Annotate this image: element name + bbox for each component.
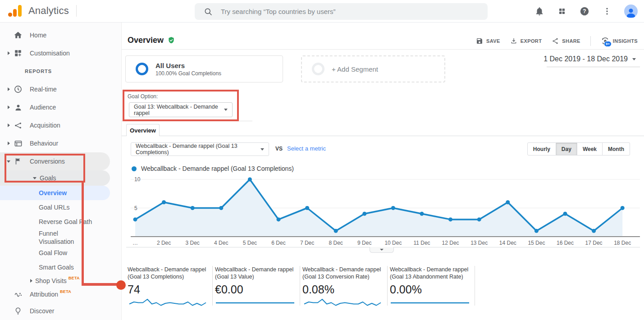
svg-text:9 Dec: 9 Dec — [357, 240, 371, 246]
svg-text:10: 10 — [134, 176, 141, 183]
svg-text:?: ? — [583, 8, 586, 14]
card-divider — [212, 266, 213, 306]
sidebar-item-shop-visits[interactable]: Shop Visits BETA — [0, 275, 121, 287]
chevron-right-icon — [5, 51, 12, 55]
scorecard-completions: Webcallback - Demande rappel (Goal 13 Co… — [128, 266, 210, 308]
svg-text:6 Dec: 6 Dec — [271, 240, 285, 246]
page-title: Overview — [128, 36, 175, 45]
apps-grid-icon[interactable] — [557, 6, 567, 17]
sidebar-item-smart-goals[interactable]: Smart Goals — [0, 260, 121, 275]
sidebar: Home Customisation REPORTS Real-time Aud… — [0, 23, 122, 320]
timeseries-chart[interactable]: 510…2 Dec3 Dec4 Dec5 Dec6 Dec7 Dec8 Dec9… — [131, 174, 640, 249]
sidebar-item-attribution[interactable]: Attribution BETA — [0, 287, 121, 302]
insights-icon: 9+ — [601, 37, 610, 46]
customisation-icon — [13, 49, 23, 57]
sparkline — [215, 297, 295, 308]
save-icon — [476, 37, 483, 45]
legend-dot-icon — [132, 166, 137, 171]
select-metric-link[interactable]: Select a metric — [287, 145, 326, 152]
share-icon — [552, 37, 559, 45]
verified-shield-icon — [167, 36, 175, 45]
help-icon[interactable]: ? — [579, 6, 590, 17]
save-button[interactable]: SAVE — [476, 37, 500, 45]
segment-all-users[interactable]: All Users 100.00% Goal Completions — [125, 55, 283, 82]
sidebar-item-goal-flow[interactable]: Goal Flow — [0, 246, 121, 260]
attribution-icon — [13, 290, 23, 299]
chevron-down-icon — [632, 58, 636, 60]
realtime-clock-icon — [13, 85, 23, 94]
report-header: Overview SAVE EXPORT SHARE 9+ — [122, 23, 644, 50]
insights-button[interactable]: 9+ INSIGHTS — [601, 37, 638, 46]
scorecards-row: Webcallback - Demande rappel (Goal 13 Co… — [128, 266, 477, 308]
beta-badge: BETA — [60, 289, 71, 294]
chart-collapse-tab[interactable] — [370, 247, 394, 253]
conversions-flag-icon — [13, 157, 23, 165]
chart-legend: Webcallback - Demande rappel (Goal 13 Co… — [132, 165, 294, 172]
scorecard-conversion-rate: Webcallback - Demande rappel (Goal 13 Co… — [302, 266, 385, 308]
goal-option-panel: Goal Option: Goal 13: Webcallback - Dema… — [123, 90, 238, 121]
sparkline — [128, 297, 208, 308]
chevron-right-icon — [5, 87, 12, 91]
export-button[interactable]: EXPORT — [510, 37, 542, 45]
sparkline — [390, 297, 470, 308]
granularity-toggle: Hourly Day Week Month — [527, 142, 630, 155]
search-input[interactable] — [221, 8, 473, 15]
acquisition-icon — [13, 121, 23, 130]
tab-overview[interactable]: Overview — [126, 124, 160, 136]
sidebar-item-audience[interactable]: Audience — [0, 98, 121, 116]
discover-lightbulb-icon — [13, 307, 23, 315]
card-divider — [300, 266, 300, 306]
audience-person-icon — [13, 103, 23, 112]
chevron-right-icon — [5, 105, 12, 109]
segment-ring-icon — [312, 63, 324, 75]
goal-option-dropdown[interactable]: Goal 13: Webcallback - Demande rappel — [129, 102, 233, 117]
export-icon — [510, 37, 517, 45]
svg-text:15 Dec: 15 Dec — [528, 240, 545, 246]
sidebar-item-realtime[interactable]: Real-time — [0, 80, 121, 98]
insights-count-badge: 9+ — [604, 41, 611, 47]
granularity-month-button[interactable]: Month — [603, 142, 630, 155]
date-range-picker[interactable]: 1 Dec 2019 - 18 Dec 2019 — [544, 55, 636, 63]
metric-dropdown[interactable]: Webcallback - Demande rappel (Goal 13 Co… — [131, 142, 269, 156]
sparkline — [302, 297, 383, 308]
goal-panel-divider — [122, 121, 252, 121]
sidebar-item-customisation[interactable]: Customisation — [0, 44, 121, 62]
granularity-day-button[interactable]: Day — [556, 142, 577, 155]
analytics-logo-icon — [8, 5, 23, 17]
more-vertical-icon[interactable] — [602, 6, 612, 17]
granularity-hourly-button[interactable]: Hourly — [527, 142, 556, 155]
svg-text:2 Dec: 2 Dec — [157, 240, 171, 246]
scorecard-value: Webcallback - Demande rappel (Goal 13 Va… — [215, 266, 297, 308]
sidebar-item-goals-overview[interactable]: Overview — [0, 186, 110, 200]
global-search[interactable] — [195, 3, 488, 20]
sidebar-item-conversions[interactable]: Conversions — [0, 152, 110, 170]
chevron-right-icon — [5, 123, 12, 127]
chevron-down-icon — [260, 148, 264, 151]
svg-text:12 Dec: 12 Dec — [442, 240, 459, 246]
granularity-week-button[interactable]: Week — [577, 142, 603, 155]
sidebar-item-funnel-visualisation[interactable]: Funnel Visualisation — [0, 229, 121, 246]
svg-text:8 Dec: 8 Dec — [329, 240, 343, 246]
scorecard-abandonment-rate: Webcallback - Demande rappel (Goal 13 Ab… — [390, 266, 472, 308]
sidebar-item-goals[interactable]: Goals — [0, 170, 110, 186]
share-button[interactable]: SHARE — [552, 37, 580, 45]
sidebar-item-behaviour[interactable]: Behaviour — [0, 134, 121, 152]
sidebar-item-reverse-goal-path[interactable]: Reverse Goal Path — [0, 215, 121, 229]
sidebar-item-discover[interactable]: Discover — [0, 302, 121, 320]
sidebar-item-acquisition[interactable]: Acquisition — [0, 116, 121, 134]
svg-text:3 Dec: 3 Dec — [186, 240, 200, 246]
add-segment-button[interactable]: + Add Segment — [301, 55, 445, 82]
vs-label: VS — [275, 146, 283, 152]
sidebar-item-goal-urls[interactable]: Goal URLs — [0, 200, 121, 215]
avatar[interactable] — [624, 5, 638, 18]
svg-text:4 Dec: 4 Dec — [214, 240, 228, 246]
chevron-down-icon — [224, 109, 228, 111]
svg-text:7 Dec: 7 Dec — [300, 240, 314, 246]
svg-text:17 Dec: 17 Dec — [585, 240, 603, 246]
notifications-bell-icon[interactable] — [534, 6, 545, 17]
sidebar-item-home[interactable]: Home — [0, 26, 121, 44]
home-icon — [13, 31, 23, 40]
goal-option-label: Goal Option: — [128, 93, 158, 100]
card-divider — [387, 266, 388, 306]
chevron-down-icon — [32, 177, 38, 179]
